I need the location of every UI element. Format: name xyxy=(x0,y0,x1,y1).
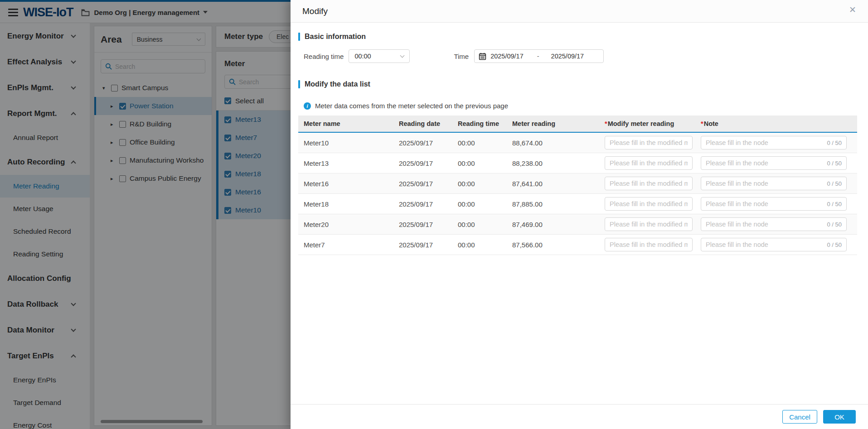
character-counter: 0 / 50 xyxy=(827,221,842,228)
column-header-meter-name: Meter name xyxy=(298,120,393,127)
meter-name-cell: Meter10 xyxy=(298,139,393,147)
modify-reading-cell xyxy=(599,177,695,190)
meter-reading-cell: 88,674.00 xyxy=(507,139,599,147)
table-row: Meter202025/09/1700:0087,469.000 / 50 xyxy=(298,214,857,235)
character-counter: 0 / 50 xyxy=(827,201,842,207)
column-header-modify-meter-reading: *Modify meter reading xyxy=(599,120,695,127)
note-cell: 0 / 50 xyxy=(695,197,857,211)
section-accent-bar xyxy=(298,33,300,41)
modify-meter-reading-input[interactable] xyxy=(605,177,693,190)
table-row: Meter102025/09/1700:0088,674.000 / 50 xyxy=(298,133,857,153)
note-input[interactable] xyxy=(706,241,827,248)
section-title: Basic information xyxy=(305,33,366,41)
meter-reading-cell: 87,469.00 xyxy=(507,221,599,228)
table-row: Meter162025/09/1700:0087,641.000 / 50 xyxy=(298,174,857,194)
note-input-wrapper: 0 / 50 xyxy=(701,177,847,190)
character-counter: 0 / 50 xyxy=(827,241,842,248)
modal-title: Modify xyxy=(302,6,328,16)
required-asterisk: * xyxy=(701,120,703,127)
cancel-button[interactable]: Cancel xyxy=(782,410,817,424)
modify-reading-cell xyxy=(599,156,695,170)
reading-time-cell: 00:00 xyxy=(452,139,507,147)
character-counter: 0 / 50 xyxy=(827,160,842,167)
meter-name-cell: Meter7 xyxy=(298,241,393,249)
required-asterisk: * xyxy=(605,120,607,127)
meter-name-cell: Meter16 xyxy=(298,180,393,188)
info-row: i Meter data comes from the meter select… xyxy=(298,102,858,110)
column-header-meter-reading: Meter reading xyxy=(507,120,599,127)
table-row: Meter182025/09/1700:0087,885.000 / 50 xyxy=(298,194,857,214)
column-header-note: *Note xyxy=(695,120,857,127)
meter-reading-cell: 88,238.00 xyxy=(507,159,599,167)
table-body: Meter102025/09/1700:0088,674.000 / 50Met… xyxy=(298,133,857,255)
date-end-value: 2025/09/17 xyxy=(551,53,584,60)
meter-data-table: Meter nameReading dateReading timeMeter … xyxy=(298,116,857,255)
meter-reading-cell: 87,566.00 xyxy=(507,241,599,249)
note-input[interactable] xyxy=(706,159,827,167)
column-header-reading-date: Reading date xyxy=(393,120,452,127)
table-row: Meter72025/09/1700:0087,566.000 / 50 xyxy=(298,235,857,255)
reading-date-cell: 2025/09/17 xyxy=(393,180,452,188)
reading-date-cell: 2025/09/17 xyxy=(393,159,452,167)
modify-modal: Modify ✕ Basic information Reading time … xyxy=(291,0,868,429)
character-counter: 0 / 50 xyxy=(827,140,842,146)
basic-information-form-row: Reading time 00:00 Time 2025/09/17 - 202… xyxy=(298,49,858,63)
column-header-reading-time: Reading time xyxy=(452,120,507,127)
modal-footer: Cancel OK xyxy=(291,404,868,429)
modify-meter-reading-input[interactable] xyxy=(605,136,693,149)
table-header-row: Meter nameReading dateReading timeMeter … xyxy=(298,116,857,133)
info-icon: i xyxy=(304,102,311,110)
note-input-wrapper: 0 / 50 xyxy=(701,136,847,149)
note-cell: 0 / 50 xyxy=(695,156,857,170)
modal-body: Basic information Reading time 00:00 Tim… xyxy=(291,33,868,255)
note-cell: 0 / 50 xyxy=(695,136,857,149)
meter-name-cell: Meter18 xyxy=(298,200,393,208)
calendar-icon xyxy=(479,53,486,60)
modify-reading-cell xyxy=(599,136,695,149)
meter-reading-cell: 87,885.00 xyxy=(507,200,599,208)
modify-meter-reading-input[interactable] xyxy=(605,197,693,211)
time-label: Time xyxy=(454,53,469,60)
table-row: Meter132025/09/1700:0088,238.000 / 50 xyxy=(298,153,857,174)
note-input-wrapper: 0 / 50 xyxy=(701,238,847,251)
date-start-value: 2025/09/17 xyxy=(490,53,524,60)
meter-reading-cell: 87,641.00 xyxy=(507,180,599,188)
note-input-wrapper: 0 / 50 xyxy=(701,197,847,211)
note-cell: 0 / 50 xyxy=(695,177,857,190)
reading-time-cell: 00:00 xyxy=(452,180,507,188)
reading-date-cell: 2025/09/17 xyxy=(393,200,452,208)
note-input-wrapper: 0 / 50 xyxy=(701,156,847,170)
data-list-section-header: Modify the data list xyxy=(298,80,858,88)
reading-time-cell: 00:00 xyxy=(452,200,507,208)
chevron-down-icon xyxy=(400,53,405,58)
ok-button[interactable]: OK xyxy=(823,410,856,424)
note-cell: 0 / 50 xyxy=(695,238,857,251)
reading-date-cell: 2025/09/17 xyxy=(393,139,452,147)
meter-name-cell: Meter13 xyxy=(298,159,393,167)
modify-reading-cell xyxy=(599,197,695,211)
reading-time-cell: 00:00 xyxy=(452,221,507,228)
reading-time-select[interactable]: 00:00 xyxy=(349,49,410,63)
close-icon[interactable]: ✕ xyxy=(849,5,856,14)
meter-name-cell: Meter20 xyxy=(298,221,393,228)
note-input[interactable] xyxy=(706,139,827,146)
reading-time-value: 00:00 xyxy=(354,53,371,60)
reading-time-cell: 00:00 xyxy=(452,159,507,167)
note-input[interactable] xyxy=(706,180,827,187)
reading-date-cell: 2025/09/17 xyxy=(393,221,452,228)
modify-meter-reading-input[interactable] xyxy=(605,156,693,170)
reading-date-cell: 2025/09/17 xyxy=(393,241,452,249)
basic-information-section-header: Basic information xyxy=(298,33,858,41)
date-range-picker[interactable]: 2025/09/17 - 2025/09/17 xyxy=(474,49,604,63)
section-title: Modify the data list xyxy=(305,80,370,88)
modify-reading-cell xyxy=(599,217,695,231)
note-cell: 0 / 50 xyxy=(695,217,857,231)
reading-time-label: Reading time xyxy=(304,53,344,60)
note-input-wrapper: 0 / 50 xyxy=(701,217,847,231)
modify-meter-reading-input[interactable] xyxy=(605,217,693,231)
section-accent-bar xyxy=(298,80,300,88)
note-input[interactable] xyxy=(706,200,827,207)
modify-meter-reading-input[interactable] xyxy=(605,238,693,251)
note-input[interactable] xyxy=(706,221,827,228)
character-counter: 0 / 50 xyxy=(827,180,842,187)
